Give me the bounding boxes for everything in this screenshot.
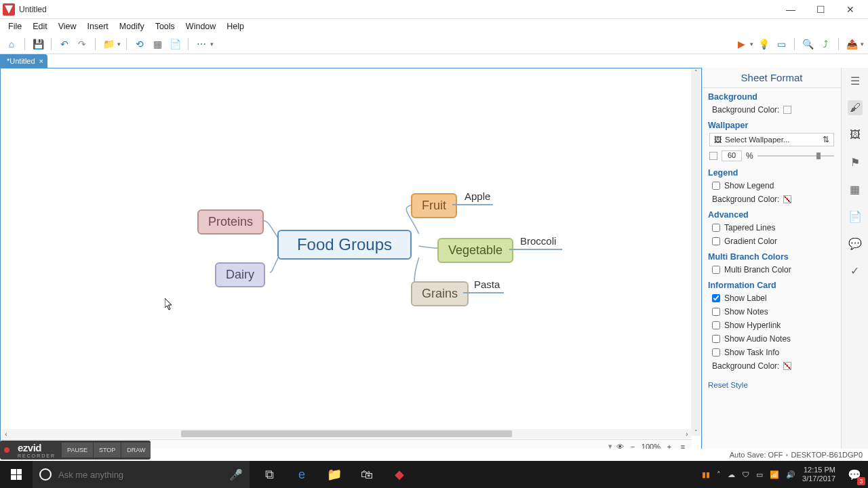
- start-button[interactable]: [0, 461, 33, 488]
- idea-icon[interactable]: 💡: [756, 37, 771, 52]
- chevron-updown-icon: ⇅: [823, 135, 829, 144]
- home-icon[interactable]: ⌂: [4, 37, 19, 52]
- tray-app-icon[interactable]: ▮▮: [702, 470, 710, 479]
- show-notes-checkbox[interactable]: [712, 308, 720, 316]
- export-icon[interactable]: 📤: [844, 37, 859, 52]
- menu-modify[interactable]: Modify: [114, 20, 150, 33]
- tray-volume-icon[interactable]: 🔊: [786, 470, 795, 479]
- opacity-value[interactable]: 60: [722, 150, 742, 161]
- rail-outline-icon[interactable]: ☰: [848, 73, 863, 88]
- export-dropdown[interactable]: ▾: [861, 41, 864, 47]
- show-label-checkbox[interactable]: [712, 294, 720, 302]
- side-icon-rail: ☰ 🖌 🖼 ⚑ ▦ 📄 💬 ✓: [841, 68, 868, 454]
- menu-window[interactable]: Window: [180, 20, 221, 33]
- leaf-apple[interactable]: Apple: [465, 190, 490, 202]
- document-tab[interactable]: *Untitled ×: [0, 54, 47, 68]
- opacity-color[interactable]: [709, 152, 717, 160]
- rail-marker-icon[interactable]: ⚑: [848, 155, 863, 169]
- redo-icon[interactable]: ↷: [75, 37, 90, 52]
- close-button[interactable]: ✕: [835, 0, 865, 19]
- share-icon[interactable]: ⤴: [818, 37, 833, 52]
- menu-file[interactable]: File: [3, 20, 27, 33]
- folder-icon[interactable]: 📁: [101, 37, 116, 52]
- leaf-broccoli-line: [509, 249, 562, 250]
- multibranch-checkbox[interactable]: [712, 266, 720, 274]
- rail-image-icon[interactable]: 🖼: [848, 127, 863, 142]
- tab-close-icon[interactable]: ×: [39, 57, 43, 65]
- node-vegetable[interactable]: Vegetable: [437, 238, 513, 263]
- present-icon[interactable]: ▶: [734, 37, 749, 52]
- undo-icon[interactable]: ↶: [57, 37, 72, 52]
- taskbar-clock[interactable]: 12:15 PM 3/17/2017: [802, 466, 835, 483]
- rail-format-icon[interactable]: 🖌: [848, 100, 863, 115]
- explorer-icon[interactable]: 📁: [319, 461, 350, 488]
- menu-edit[interactable]: Edit: [27, 20, 53, 33]
- gradient-checkbox[interactable]: [712, 237, 720, 245]
- xmind-taskbar-icon[interactable]: ◆: [384, 461, 415, 488]
- refresh-icon[interactable]: ⟲: [132, 37, 147, 52]
- store-icon[interactable]: 🛍: [351, 461, 382, 488]
- leaf-pasta-line: [463, 292, 504, 293]
- maximize-button[interactable]: ☐: [806, 0, 835, 19]
- card-icon[interactable]: ▭: [774, 37, 789, 52]
- menu-view[interactable]: View: [53, 20, 82, 33]
- node-fruit[interactable]: Fruit: [411, 193, 457, 218]
- horizontal-scrollbar[interactable]: ‹›: [1, 429, 692, 439]
- menu-help[interactable]: Help: [221, 20, 250, 33]
- canvas[interactable]: Proteins Dairy Food Groups Fruit Vegetab…: [0, 68, 702, 454]
- more-dropdown[interactable]: ▾: [210, 41, 214, 47]
- recorder-pause-button[interactable]: PAUSE: [62, 443, 93, 458]
- save-icon[interactable]: 💾: [31, 37, 45, 52]
- task-view-icon[interactable]: ⧉: [254, 461, 285, 488]
- recorder-stop-button[interactable]: STOP: [94, 443, 121, 458]
- leaf-pasta[interactable]: Pasta: [474, 279, 500, 290]
- node-dairy[interactable]: Dairy: [215, 262, 265, 287]
- section-legend: Legend: [703, 164, 841, 179]
- recorder-draw-button[interactable]: DRAW: [121, 443, 151, 458]
- leaf-apple-line: [452, 204, 493, 205]
- leaf-broccoli[interactable]: Broccoli: [520, 235, 556, 247]
- tray-wifi-icon[interactable]: 📶: [770, 470, 779, 479]
- action-center-icon[interactable]: 💬3: [841, 461, 868, 488]
- search-input[interactable]: [58, 470, 222, 480]
- node-central[interactable]: Food Groups: [277, 230, 412, 260]
- tray-touchpad-icon[interactable]: ▭: [756, 470, 763, 479]
- section-wallpaper: Wallpaper: [703, 117, 841, 131]
- edge-icon[interactable]: e: [286, 461, 317, 488]
- rail-note-icon[interactable]: 📄: [848, 209, 863, 224]
- node-proteins[interactable]: Proteins: [197, 209, 264, 235]
- show-hyperlink-checkbox[interactable]: [712, 321, 720, 329]
- wallpaper-select[interactable]: 🖼 Select Wallpaper... ⇅: [709, 133, 834, 146]
- tapered-checkbox[interactable]: [712, 224, 720, 232]
- mic-icon[interactable]: 🎤: [229, 468, 243, 481]
- doc-icon[interactable]: 📄: [167, 37, 182, 52]
- rail-comment-icon[interactable]: 💬: [848, 236, 863, 251]
- tray-defender-icon[interactable]: 🛡: [742, 470, 749, 479]
- folder-dropdown[interactable]: ▾: [117, 41, 121, 47]
- opacity-slider[interactable]: [757, 155, 834, 157]
- reset-style-link[interactable]: Reset Style: [703, 373, 841, 392]
- present-dropdown[interactable]: ▾: [750, 41, 753, 47]
- windows-taskbar: 🎤 ⧉ e 📁 🛍 ◆ ▮▮ ˄ ☁ 🛡 ▭ 📶 🔊 12:15 PM 3/17…: [0, 461, 868, 488]
- infocard-bgcolor-picker[interactable]: [783, 362, 791, 370]
- tray-onedrive-icon[interactable]: ☁: [728, 470, 735, 479]
- more-icon[interactable]: ⋯: [194, 37, 209, 52]
- show-legend-checkbox[interactable]: [712, 182, 720, 190]
- rail-task-icon[interactable]: ✓: [848, 263, 863, 278]
- bgcolor-picker[interactable]: [783, 106, 791, 114]
- tray-overflow-icon[interactable]: ˄: [717, 470, 721, 479]
- menu-tools[interactable]: Tools: [150, 20, 180, 33]
- show-task-checkbox[interactable]: [712, 348, 720, 357]
- node-grains[interactable]: Grains: [411, 281, 469, 306]
- legend-bgcolor-picker[interactable]: [783, 195, 791, 203]
- vertical-scrollbar[interactable]: ˄˅: [691, 69, 701, 436]
- layout-icon[interactable]: ▦: [150, 37, 165, 52]
- cortana-search[interactable]: 🎤: [33, 461, 250, 488]
- scrollbar-thumb[interactable]: [181, 430, 513, 437]
- toolbar: ⌂ 💾 ↶ ↷ 📁 ▾ ⟲ ▦ 📄 ⋯ ▾ ▶ ▾ 💡 ▭ 🔍 ⤴ 📤 ▾: [0, 34, 868, 54]
- menu-insert[interactable]: Insert: [82, 20, 114, 33]
- show-audio-checkbox[interactable]: [712, 335, 720, 343]
- rail-icon-icon[interactable]: ▦: [848, 182, 863, 197]
- search-icon[interactable]: 🔍: [800, 37, 815, 52]
- minimize-button[interactable]: —: [776, 0, 806, 19]
